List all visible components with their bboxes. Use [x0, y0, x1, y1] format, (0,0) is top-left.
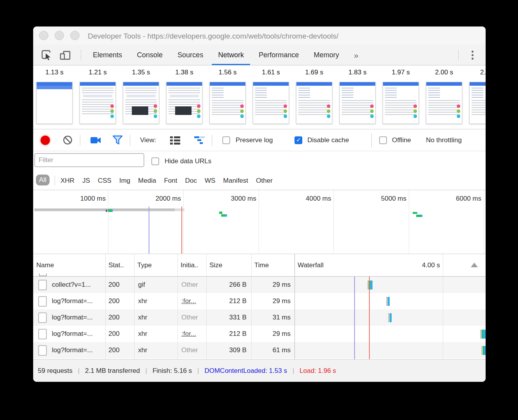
tab-performance[interactable]: Performance — [259, 45, 299, 65]
type-filter-other[interactable]: Other — [256, 177, 273, 185]
thumbnail-text-lines — [82, 99, 114, 115]
filmstrip-frame: 1.61 s — [253, 65, 289, 124]
waterfall-bar — [481, 346, 486, 355]
thumbnail-color-dots — [327, 104, 330, 118]
thumbnail-selected-row — [37, 86, 72, 89]
waterfall-column-border — [294, 254, 295, 359]
type-filter-img[interactable]: Img — [119, 177, 130, 185]
filmstrip-frame: 1.69 s — [296, 65, 332, 124]
cell-initiator-text[interactable]: :for... — [181, 330, 196, 338]
frame-thumbnail[interactable] — [426, 82, 462, 124]
clear-button[interactable] — [63, 129, 73, 151]
frame-thumbnail[interactable] — [36, 82, 73, 124]
cell-initiator-text[interactable]: :for... — [181, 297, 196, 305]
frame-thumbnail[interactable] — [80, 82, 116, 124]
frame-timestamp: 1.35 s — [123, 65, 159, 79]
type-filter-xhr[interactable]: XHR — [60, 177, 75, 185]
frame-thumbnail[interactable] — [209, 82, 246, 124]
column-border — [206, 254, 207, 359]
overview-request-mark — [416, 215, 421, 217]
frame-thumbnail[interactable] — [253, 82, 289, 124]
overview-request-mark — [219, 212, 222, 214]
tab-sources[interactable]: Sources — [177, 45, 203, 65]
column-header-name[interactable]: Name — [33, 254, 105, 276]
column-header-size[interactable]: Size — [206, 254, 251, 276]
table-row[interactable]: log?format=...200xhr:for...212 B29 ms — [33, 293, 486, 309]
overview-tick-label: 1000 ms — [55, 195, 106, 203]
inspect-element-button[interactable] — [40, 49, 53, 61]
type-filter-media[interactable]: Media — [138, 177, 156, 185]
tab-memory[interactable]: Memory — [314, 45, 339, 65]
type-filter-manifest[interactable]: Manifest — [223, 177, 248, 185]
cell-type: xhr — [134, 293, 177, 309]
frame-thumbnail[interactable] — [339, 82, 376, 124]
tab-console[interactable]: Console — [137, 45, 163, 65]
network-overview-timeline[interactable]: 1000 ms2000 ms3000 ms4000 ms5000 ms6000 … — [33, 190, 486, 254]
frame-thumbnail[interactable] — [296, 82, 332, 124]
frame-thumbnail[interactable] — [123, 82, 159, 124]
type-filter-css[interactable]: CSS — [98, 177, 112, 185]
cell-type-text: xhr — [138, 314, 147, 321]
title-bar: Developer Tools - https://developers.goo… — [33, 26, 486, 45]
sort-ascending-icon[interactable] — [471, 263, 478, 267]
thumbnail-video-block — [132, 106, 148, 115]
cell-size: 309 B — [206, 342, 251, 358]
cell-time: 29 ms — [251, 326, 294, 342]
filter-button[interactable] — [112, 129, 123, 151]
frame-thumbnail[interactable] — [383, 82, 419, 124]
frame-thumbnail[interactable] — [469, 82, 486, 124]
waterfall-view-button[interactable] — [194, 129, 206, 151]
record-button[interactable] — [41, 129, 50, 151]
tab-elements[interactable]: Elements — [93, 45, 122, 65]
frame-thumbnail[interactable] — [166, 82, 202, 124]
table-row[interactable]: collect?v=1...200gifOther266 B29 ms — [33, 277, 486, 293]
frame-timestamp: 1.13 s — [36, 65, 73, 79]
device-toolbar-button[interactable] — [59, 49, 71, 61]
capture-screenshots-button[interactable] — [90, 129, 101, 151]
disable-cache-checkbox[interactable] — [294, 129, 302, 151]
table-row[interactable]: log?format=...200xhrOther309 B61 ms — [33, 342, 486, 358]
type-filter-font[interactable]: Font — [164, 177, 177, 185]
zoom-window-button[interactable] — [70, 31, 80, 40]
filmstrip-frame: 2.00 s — [426, 65, 462, 124]
cell-name: log?format=... — [33, 342, 105, 358]
cell-status-text: 200 — [108, 346, 119, 354]
table-row[interactable]: log?format=...200xhr:for...212 B29 ms — [33, 326, 486, 342]
record-icon — [41, 136, 50, 145]
tab-network[interactable]: Network — [218, 45, 244, 65]
frame-timestamp: 1.97 s — [383, 65, 419, 79]
filter-input[interactable] — [34, 153, 144, 167]
type-filter-js[interactable]: JS — [82, 177, 90, 185]
hide-data-urls-checkbox[interactable] — [151, 151, 159, 171]
cell-time-text: 61 ms — [273, 346, 291, 354]
thumbnail-sidebar-lines — [472, 88, 483, 98]
column-header-initia[interactable]: Initia.. — [177, 254, 206, 276]
cell-time: 29 ms — [251, 277, 294, 293]
minimize-window-button[interactable] — [55, 31, 64, 40]
frame-timestamp: 2.00 s — [426, 65, 462, 79]
status-separator: | — [293, 367, 294, 374]
customize-devtools-button[interactable] — [469, 49, 476, 61]
frame-timestamp: 1.69 s — [296, 65, 332, 79]
table-row[interactable]: log?format=...200xhrOther331 B31 ms — [33, 309, 486, 326]
type-filter-ws[interactable]: WS — [205, 177, 215, 185]
overview-request-mark — [108, 209, 112, 212]
close-window-button[interactable] — [39, 31, 48, 40]
filmstrip-frame: 1.38 s — [166, 65, 202, 124]
cell-type-text: xhr — [138, 330, 147, 338]
cell-initiator-text: Other — [181, 281, 198, 289]
status-load-time: Load: 1.96 s — [300, 367, 336, 375]
preserve-log-checkbox[interactable] — [222, 129, 230, 151]
type-filter-doc[interactable]: Doc — [185, 177, 197, 185]
offline-checkbox[interactable] — [379, 129, 387, 151]
column-header-stat[interactable]: Stat.. — [105, 254, 134, 276]
more-tabs-chevron-icon[interactable]: » — [354, 44, 358, 65]
column-header-time[interactable]: Time — [251, 254, 294, 276]
type-filter-all[interactable]: All — [36, 175, 50, 185]
frame-timestamp: 1.21 s — [80, 65, 116, 79]
column-header-type[interactable]: Type — [134, 254, 177, 276]
cell-name-text: log?format=... — [52, 297, 92, 305]
list-view-button[interactable] — [170, 129, 181, 151]
throttling-dropdown[interactable]: No throttling — [426, 129, 462, 151]
cell-status: 200 — [105, 277, 134, 293]
